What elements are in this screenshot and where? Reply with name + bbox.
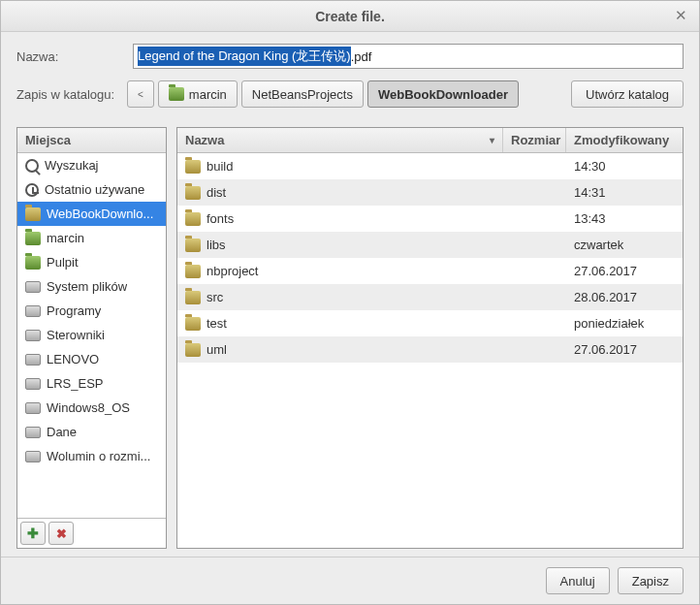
breadcrumb-bar: marcinNetBeansProjectsWebBookDownloader <box>158 80 519 108</box>
file-row[interactable]: libsczwartek <box>177 232 683 258</box>
sidebar-item-label: WebBookDownlo... <box>47 207 153 221</box>
folder-icon <box>185 212 201 226</box>
breadcrumb-label: WebBookDownloader <box>378 87 508 102</box>
sidebar-item-label: Wolumin o rozmi... <box>47 449 150 463</box>
drive-icon <box>25 427 41 438</box>
sidebar-item[interactable]: WebBookDownlo... <box>17 202 166 226</box>
folder-icon <box>185 343 201 357</box>
dialog-title: Create file. <box>315 9 385 24</box>
file-name-label: fonts <box>207 211 234 226</box>
file-row[interactable]: fonts13:43 <box>177 206 683 232</box>
file-modified-cell: 13:43 <box>566 211 683 226</box>
column-modified-header[interactable]: Zmodyfikowany <box>566 128 683 152</box>
folder-icon <box>185 265 201 278</box>
chevron-left-icon: < <box>138 89 143 100</box>
file-row[interactable]: uml27.06.2017 <box>177 336 683 363</box>
sidebar-item[interactable]: Wolumin o rozmi... <box>17 444 166 468</box>
file-name-cell: libs <box>177 238 503 252</box>
breadcrumb-segment[interactable]: marcin <box>158 80 238 108</box>
column-size-header[interactable]: Rozmiar <box>503 128 566 152</box>
file-row[interactable]: src28.06.2017 <box>177 284 683 310</box>
folder-icon <box>185 291 201 304</box>
drive-icon <box>25 330 41 341</box>
sidebar-item[interactable]: Ostatnio używane <box>17 177 166 202</box>
sidebar-item[interactable]: LENOVO <box>17 347 166 371</box>
filename-row: Nazwa: Legend of the Dragon King (龙王传说).… <box>16 44 684 69</box>
titlebar: Create file. ✕ <box>1 1 699 32</box>
file-name-cell: uml <box>177 342 503 357</box>
sidebar-item[interactable]: Pulpit <box>17 250 166 274</box>
sidebar-item[interactable]: Dane <box>17 420 166 444</box>
folder-icon <box>185 317 201 331</box>
file-name-cell: build <box>177 159 503 174</box>
back-button[interactable]: < <box>127 80 154 108</box>
file-name-label: dist <box>207 185 226 200</box>
sidebar-item-label: marcin <box>47 231 84 245</box>
close-icon[interactable]: ✕ <box>672 7 689 24</box>
sidebar-item-label: Sterowniki <box>47 328 105 342</box>
sidebar-item[interactable]: Programy <box>17 299 166 323</box>
folder-icon <box>185 239 201 252</box>
file-modified-cell: 14:30 <box>566 159 683 174</box>
filename-extension: .pdf <box>351 49 372 64</box>
sidebar-item-label: Windows8_OS <box>47 400 130 415</box>
folder-icon <box>169 87 184 101</box>
file-name-label: test <box>207 316 227 331</box>
create-folder-button[interactable]: Utwórz katalog <box>571 80 684 108</box>
dialog-window: Create file. ✕ Nazwa: Legend of the Drag… <box>0 0 700 605</box>
file-name-label: nbproject <box>207 264 258 278</box>
file-row[interactable]: dist14:31 <box>177 179 683 206</box>
file-modified-cell: czwartek <box>566 238 683 252</box>
sidebar-item[interactable]: System plików <box>17 274 166 299</box>
sidebar-item[interactable]: Wyszukaj <box>17 153 166 177</box>
sidebar-item[interactable]: Sterowniki <box>17 323 166 347</box>
name-label: Nazwa: <box>16 49 123 64</box>
drive-icon <box>25 354 41 366</box>
breadcrumb-segment[interactable]: NetBeansProjects <box>241 80 364 108</box>
file-row[interactable]: testponiedziałek <box>177 310 683 336</box>
filename-input[interactable]: Legend of the Dragon King (龙王传说).pdf <box>133 44 684 69</box>
cancel-button[interactable]: Anuluj <box>546 567 610 594</box>
file-modified-cell: 14:31 <box>566 185 683 200</box>
cross-icon: ✖ <box>56 526 67 541</box>
breadcrumb-segment[interactable]: WebBookDownloader <box>367 80 519 108</box>
file-modified-cell: 27.06.2017 <box>566 342 683 357</box>
sidebar-header: Miejsca <box>17 128 166 153</box>
drive-icon <box>25 281 41 293</box>
save-button[interactable]: Zapisz <box>618 567 684 594</box>
sidebar-item[interactable]: LRS_ESP <box>17 371 166 396</box>
sort-arrow-icon: ▾ <box>490 135 494 145</box>
sidebar-item-label: LRS_ESP <box>47 376 104 391</box>
breadcrumb-label: marcin <box>189 87 227 102</box>
sidebar-item-label: Wyszukaj <box>45 158 99 173</box>
plus-icon: ✚ <box>27 525 39 541</box>
path-row: Zapis w katalogu: < marcinNetBeansProjec… <box>16 80 684 108</box>
file-name-cell: test <box>177 316 503 331</box>
file-row[interactable]: nbproject27.06.2017 <box>177 258 683 284</box>
file-name-label: uml <box>207 342 227 357</box>
sidebar-list[interactable]: WyszukajOstatnio używaneWebBookDownlo...… <box>17 153 166 518</box>
add-bookmark-button[interactable]: ✚ <box>20 522 46 545</box>
remove-bookmark-button[interactable]: ✖ <box>48 522 74 545</box>
sidebar-footer: ✚ ✖ <box>17 518 166 548</box>
sidebar-item-label: Dane <box>47 425 77 439</box>
places-sidebar: Miejsca WyszukajOstatnio używaneWebBookD… <box>16 127 167 549</box>
breadcrumb-label: NetBeansProjects <box>252 87 353 102</box>
sidebar-item-label: Pulpit <box>47 255 79 270</box>
file-name-label: build <box>207 159 233 174</box>
file-list[interactable]: build14:30dist14:31fonts13:43libsczwarte… <box>177 153 683 548</box>
file-row[interactable]: build14:30 <box>177 153 683 179</box>
file-name-cell: nbproject <box>177 264 503 278</box>
folder-icon <box>25 207 41 221</box>
sidebar-item[interactable]: Windows8_OS <box>17 396 166 420</box>
file-modified-cell: poniedziałek <box>566 316 683 331</box>
folder-icon <box>185 160 201 174</box>
column-name-header[interactable]: Nazwa▾ <box>177 128 503 152</box>
body-split: Miejsca WyszukajOstatnio używaneWebBookD… <box>16 127 684 549</box>
drive-icon <box>25 378 41 390</box>
sidebar-item-label: System plików <box>47 279 127 294</box>
sidebar-item[interactable]: marcin <box>17 226 166 250</box>
folder-icon <box>185 186 201 200</box>
sidebar-item-label: Ostatnio używane <box>45 182 144 197</box>
sidebar-item-label: Programy <box>47 303 101 318</box>
